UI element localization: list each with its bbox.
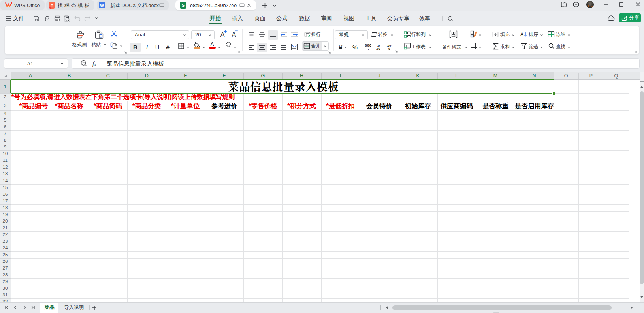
svg-text:A: A <box>520 32 523 37</box>
svg-text:.0: .0 <box>388 47 390 51</box>
svg-text:.00: .00 <box>376 47 380 51</box>
